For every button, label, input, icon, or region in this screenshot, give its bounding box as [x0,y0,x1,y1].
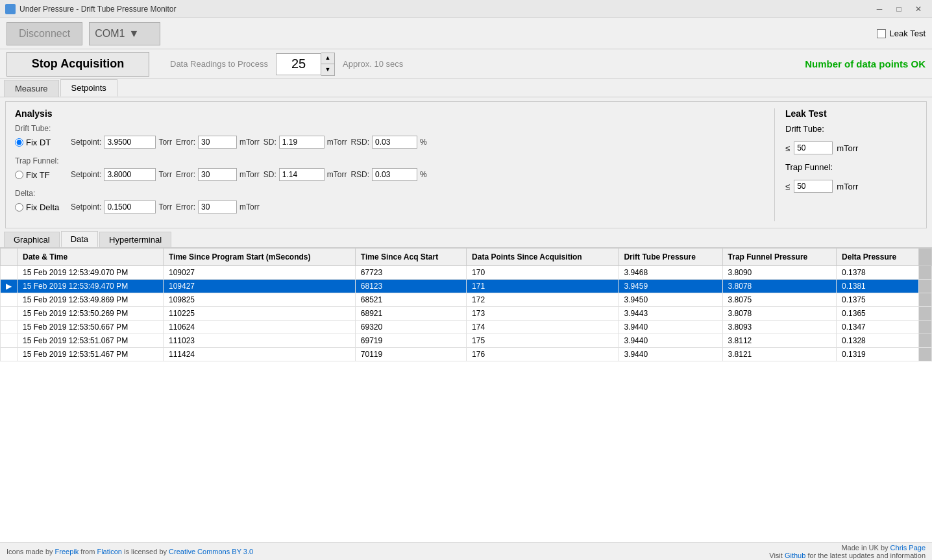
fix-delta-label: Fix Delta [26,202,59,212]
drift-tube-fields: Fix DT Setpoint: Torr Error: mTorr SD: m… [15,136,764,149]
table-row[interactable]: 15 Feb 2019 12:53:50.667 PM1106246932017… [1,321,932,334]
license-link[interactable]: Creative Commons BY 3.0 [169,548,253,555]
table-row[interactable]: 15 Feb 2019 12:53:50.269 PM1102256892117… [1,307,932,321]
fix-delta-radio-label[interactable]: Fix Delta [15,202,67,212]
table-row[interactable]: 15 Feb 2019 12:53:51.067 PM1110236971917… [1,334,932,348]
tf-rsd-group: RSD: % [350,168,426,181]
table-row[interactable]: 15 Feb 2019 12:53:49.869 PM1098256852117… [1,293,932,307]
tab-setpoints[interactable]: Setpoints [60,79,117,97]
tf-setpoint-label: Setpoint: [71,170,101,179]
leak-dt-lte: ≤ [785,143,790,153]
tf-setpoint-unit: Torr [158,170,172,179]
row-delta-cell: 0.1378 [837,266,919,280]
tab-graphical[interactable]: Graphical [4,232,60,247]
close-button[interactable]: ✕ [910,3,927,16]
row-trap-cell: 3.8093 [722,321,836,334]
leak-section-title: Leak Test [785,108,917,119]
statusbar: Icons made by Freepik from Flaticon is l… [0,542,932,560]
tf-error-unit: mTorr [239,170,260,179]
stop-acquisition-button[interactable]: Stop Acquisition [6,52,149,77]
tf-sd-input[interactable] [279,168,325,181]
data-table-scroll[interactable]: Date & Time Time Since Program Start (mS… [0,248,932,542]
fix-tf-radio[interactable] [15,171,23,179]
spinner-down-button[interactable]: ▼ [321,64,334,75]
table-row[interactable]: ▶15 Feb 2019 12:53:49.470 PM109427681231… [1,280,932,293]
row-data-points-cell: 170 [467,266,619,280]
row-acq-time-cell: 68123 [355,280,466,293]
com-port-arrow: ▼ [129,28,139,40]
dt-setpoint-input[interactable] [104,136,156,149]
leak-tf-input[interactable] [794,180,833,193]
row-trap-cell: 3.8075 [722,293,836,307]
leak-test-checkbox[interactable] [877,29,886,38]
flaticon-link[interactable]: Flaticon [97,548,122,555]
row-program-time-cell: 110225 [163,307,355,321]
freepik-link[interactable]: Freepik [55,548,79,555]
row-arrow-cell [1,334,18,348]
fix-tf-radio-label[interactable]: Fix TF [15,170,67,180]
row-data-points-cell: 176 [467,348,619,361]
dt-error-unit: mTorr [239,138,260,147]
github-link[interactable]: Github [785,552,805,559]
table-row[interactable]: 15 Feb 2019 12:53:51.467 PM1114247011917… [1,348,932,361]
delta-setpoint-label: Setpoint: [71,202,101,212]
com-port-select[interactable]: COM1 ▼ [89,22,160,45]
row-trap-cell: 3.8078 [722,307,836,321]
table-row[interactable]: 15 Feb 2019 12:53:49.070 PM1090276772317… [1,266,932,280]
titlebar-left: Under Pressure - Drift Tube Pressure Mon… [5,4,176,14]
data-table: Date & Time Time Since Program Start (mS… [0,248,932,361]
delta-setpoint-input[interactable] [104,201,156,213]
fix-dt-radio[interactable] [15,138,23,147]
leak-dt-value-row: ≤ mTorr [785,141,917,154]
leak-test-label: Leak Test [890,29,926,38]
row-scrollbar-cell [919,348,932,361]
minimize-button[interactable]: ─ [871,3,888,16]
tf-rsd-input[interactable] [372,168,417,181]
tf-setpoint-input[interactable] [104,168,156,181]
col-datetime-header: Date & Time [18,249,164,266]
spinner-up-button[interactable]: ▲ [321,53,334,64]
tf-sd-group: SD: mTorr [264,168,347,181]
delta-error-input[interactable] [198,201,237,213]
row-scrollbar-cell [919,293,932,307]
tab-measure[interactable]: Measure [4,80,59,97]
row-drift-cell: 3.9443 [619,307,722,321]
readings-input[interactable] [276,53,321,75]
tab-hyperterminal[interactable]: Hyperterminal [99,232,171,247]
row-scrollbar-cell [919,266,932,280]
tf-error-input[interactable] [198,168,237,181]
app-icon [5,4,16,14]
dt-sd-unit: mTorr [327,138,347,147]
chris-link[interactable]: Chris Page [890,544,926,552]
fix-delta-radio[interactable] [15,203,23,212]
row-drift-cell: 3.9468 [619,266,722,280]
titlebar-title: Under Pressure - Drift Tube Pressure Mon… [19,5,176,14]
leak-dt-input[interactable] [794,141,833,154]
acquisition-row: Stop Acquisition Data Readings to Proces… [0,49,932,79]
dt-error-label: Error: [176,138,195,147]
dt-rsd-unit: % [420,138,427,147]
titlebar-controls: ─ □ ✕ [871,3,927,16]
row-program-time-cell: 109027 [163,266,355,280]
setpoints-left: Analysis Drift Tube: Fix DT Setpoint: To… [15,108,764,221]
row-delta-cell: 0.1347 [837,321,919,334]
data-table-wrapper: Date & Time Time Since Program Start (mS… [0,248,932,542]
toolbar: Disconnect COM1 ▼ Leak Test [0,18,932,49]
dt-error-input[interactable] [198,136,237,149]
tab-data[interactable]: Data [61,231,98,247]
row-scrollbar-cell [919,321,932,334]
disconnect-button[interactable]: Disconnect [6,22,82,45]
dt-setpoint-unit: Torr [158,138,172,147]
dt-sd-input[interactable] [279,136,325,149]
row-acq-time-cell: 68921 [355,307,466,321]
dt-rsd-input[interactable] [372,136,417,149]
table-body: 15 Feb 2019 12:53:49.070 PM1090276772317… [1,266,932,361]
delta-error-unit: mTorr [239,202,260,212]
fix-dt-radio-label[interactable]: Fix DT [15,138,67,147]
delta-error-group: Error: mTorr [176,201,260,213]
maximize-button[interactable]: □ [890,3,907,16]
col-data-points-header: Data Points Since Acquisition [467,249,619,266]
row-arrow-cell [1,293,18,307]
row-acq-time-cell: 70119 [355,348,466,361]
row-program-time-cell: 111424 [163,348,355,361]
